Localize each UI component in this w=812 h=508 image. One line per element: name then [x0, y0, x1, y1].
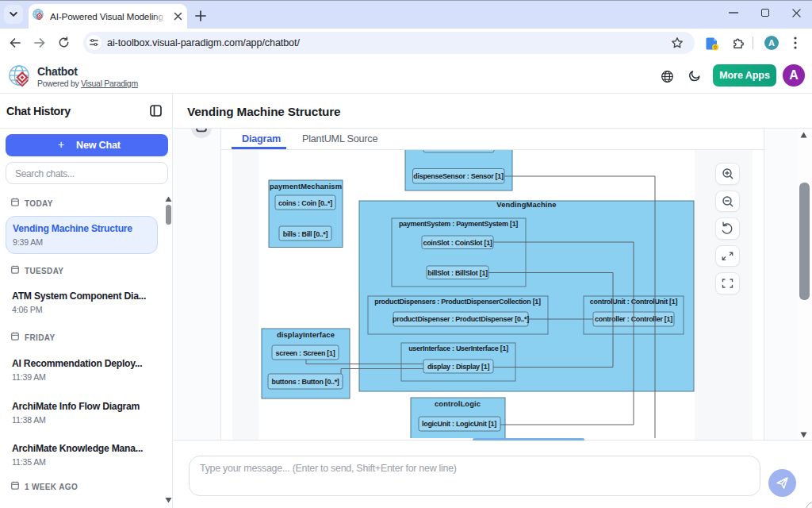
svg-text:productDispensers : ProductDis: productDispensers : ProductDispenserColl…: [374, 298, 541, 306]
svg-text:VendingMachine: VendingMachine: [496, 200, 556, 209]
svg-text:screen : Screen [1]: screen : Screen [1]: [276, 349, 335, 357]
svg-text:display : Display [1]: display : Display [1]: [427, 363, 490, 371]
svg-text:coins : Coin [0..*]: coins : Coin [0..*]: [278, 199, 332, 207]
svg-text:productDispenser : ProductDisp: productDispenser : ProductDispenser [0..…: [393, 315, 529, 323]
svg-text:userInterface : UserInterface: userInterface : UserInterface [1]: [408, 344, 508, 352]
svg-text:paymentSystem : PaymentSystem: paymentSystem : PaymentSystem [1]: [399, 220, 518, 228]
svg-text:coinSlot : CoinSlot [1]: coinSlot : CoinSlot [1]: [423, 239, 492, 247]
svg-text:bills : Bill [0..*]: bills : Bill [0..*]: [283, 230, 328, 238]
svg-text:logicUnit : LogicUnit [1]: logicUnit : LogicUnit [1]: [422, 420, 496, 428]
svg-text:billSlot : BillSlot [1]: billSlot : BillSlot [1]: [427, 269, 488, 277]
svg-text:dispenseSensor : Sensor [1]: dispenseSensor : Sensor [1]: [413, 172, 504, 180]
svg-text:paymentMechanism: paymentMechanism: [270, 182, 342, 190]
svg-text:buttons : Button [0..*]: buttons : Button [0..*]: [271, 378, 339, 386]
svg-text:controlLogic: controlLogic: [435, 399, 481, 408]
svg-text:displayInterface: displayInterface: [277, 330, 335, 339]
